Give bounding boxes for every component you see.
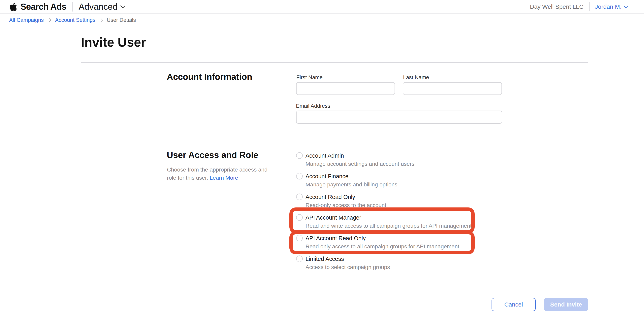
role-option-description: Manage payments and billing options [306, 181, 397, 189]
last-name-input[interactable] [403, 82, 502, 95]
role-option-description: Manage account settings and account user… [306, 160, 414, 168]
role-option-description: Read only access to all campaign groups … [306, 243, 459, 251]
radio-limited-access[interactable] [296, 256, 303, 262]
cancel-button[interactable]: Cancel [492, 298, 536, 311]
advanced-menu-label: Advanced [78, 2, 118, 12]
radio-account-admin[interactable] [296, 152, 303, 159]
role-option-text: Account Read Only Read-only access to th… [306, 193, 386, 209]
role-option-account-admin: Account Admin Manage account settings an… [296, 152, 515, 168]
advanced-menu[interactable]: Advanced [78, 2, 125, 12]
role-option-label: Account Admin [306, 152, 414, 160]
send-invite-button[interactable]: Send Invite [544, 298, 588, 311]
invite-user-page: Search Ads Advanced Day Well Spent LLC J… [0, 0, 644, 322]
role-option-account-finance: Account Finance Manage payments and bill… [296, 172, 515, 189]
chevron-down-icon [120, 3, 125, 8]
chevron-down-icon [624, 4, 628, 8]
org-name: Day Well Spent LLC [530, 3, 584, 10]
first-name-label: First Name [296, 74, 322, 81]
role-option-text: API Account Read Only Read only access t… [306, 234, 459, 251]
breadcrumb: All Campaigns Account Settings User Deta… [9, 17, 136, 23]
account-information-heading: Account Information [167, 72, 252, 82]
role-option-label: Account Finance [306, 172, 397, 180]
role-option-limited-access: Limited Access Access to select campaign… [296, 255, 515, 271]
user-access-description: Choose from the appropriate access and r… [167, 165, 277, 182]
role-options-list: Account Admin Manage account settings an… [296, 152, 515, 276]
role-option-label: Limited Access [306, 255, 390, 263]
role-option-label: API Account Manager [306, 214, 472, 222]
top-nav-bar: Search Ads Advanced Day Well Spent LLC J… [0, 0, 644, 14]
role-option-text: Account Finance Manage payments and bill… [306, 172, 397, 189]
breadcrumb-account-settings[interactable]: Account Settings [55, 17, 96, 23]
page-title: Invite User [81, 35, 146, 50]
apple-logo-icon [9, 2, 17, 11]
brand-title: Search Ads [20, 2, 66, 12]
email-address-label: Email Address [296, 103, 330, 109]
header-divider [589, 2, 590, 11]
role-option-description: Read-only access to the account [306, 201, 386, 209]
divider [81, 288, 588, 288]
role-option-description: Access to select campaign groups [306, 263, 390, 271]
first-name-input[interactable] [296, 82, 395, 95]
radio-api-account-manager[interactable] [296, 214, 303, 221]
divider [81, 62, 588, 63]
breadcrumb-user-details: User Details [107, 17, 136, 23]
header-right: Day Well Spent LLC Jordan M. [530, 2, 627, 11]
user-access-heading: User Access and Role [167, 150, 258, 160]
divider [167, 141, 502, 141]
chevron-right-icon [48, 18, 51, 22]
role-option-account-read-only: Account Read Only Read-only access to th… [296, 193, 515, 209]
user-menu[interactable]: Jordan M. [595, 3, 627, 10]
radio-api-account-read-only[interactable] [296, 235, 303, 241]
role-option-text: Limited Access Access to select campaign… [306, 255, 390, 271]
role-option-label: API Account Read Only [306, 234, 459, 242]
role-option-api-account-read-only: API Account Read Only Read only access t… [296, 234, 515, 251]
learn-more-link[interactable]: Learn More [210, 175, 238, 181]
role-option-text: API Account Manager Read and write acces… [306, 214, 472, 230]
role-option-description: Read and write access to all campaign gr… [306, 222, 472, 230]
user-menu-label: Jordan M. [595, 3, 622, 10]
role-option-label: Account Read Only [306, 193, 386, 201]
last-name-label: Last Name [403, 74, 429, 81]
breadcrumb-all-campaigns[interactable]: All Campaigns [9, 17, 44, 23]
role-option-api-account-manager: API Account Manager Read and write acces… [296, 214, 515, 230]
chevron-right-icon [99, 18, 103, 22]
header-left: Search Ads Advanced [9, 2, 125, 12]
radio-account-finance[interactable] [296, 173, 303, 179]
email-address-input[interactable] [296, 111, 502, 124]
role-option-text: Account Admin Manage account settings an… [306, 152, 414, 168]
header-divider [72, 2, 72, 11]
radio-account-read-only[interactable] [296, 193, 303, 200]
